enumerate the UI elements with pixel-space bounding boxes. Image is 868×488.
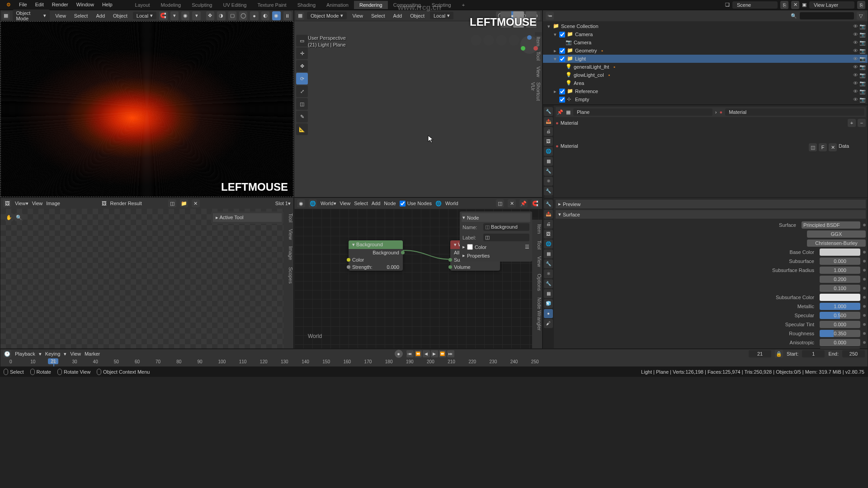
n-tab-item[interactable]: Item	[535, 34, 542, 49]
mode-dropdown[interactable]: Object Mode▾	[13, 9, 50, 22]
tree-row-reference[interactable]: ▸📁Reference👁📷	[543, 87, 868, 95]
prop-tab-4[interactable]: 🌐	[544, 239, 553, 249]
scene-selector[interactable]: Scene	[732, 1, 778, 9]
prop-tab-1[interactable]: 📤	[544, 210, 553, 219]
shade-matprev-icon[interactable]: ◐	[261, 11, 269, 20]
snap-icon[interactable]: 🧲	[159, 11, 167, 20]
menu-view[interactable]: View	[32, 201, 43, 206]
collection-visibility-checkbox[interactable]	[559, 56, 565, 62]
image-canvas[interactable]: ✋ 🔍	[0, 209, 283, 348]
end-frame-field[interactable]: 250	[842, 350, 865, 357]
shade-solid-icon[interactable]: ●	[250, 11, 258, 20]
prop-tab-10[interactable]: 🧊	[544, 299, 553, 308]
prop-tab-2[interactable]: 🖨	[544, 127, 553, 136]
prop-tab-6[interactable]: 🔧	[544, 167, 553, 176]
slot-dropdown[interactable]: Slot 1▾	[275, 201, 291, 206]
image-unlink-icon[interactable]: ✕	[192, 199, 200, 207]
menu-help[interactable]: Help	[99, 0, 116, 9]
camera-icon[interactable]	[496, 35, 507, 46]
overlay-icon[interactable]: ◑	[217, 11, 225, 20]
prop-tab-3[interactable]: 🖼	[544, 137, 553, 146]
tab-uv-editing[interactable]: UV Editing	[217, 1, 252, 9]
prop-tab-8[interactable]: 🔧	[544, 279, 553, 288]
material-fake-icon[interactable]: F	[819, 143, 827, 151]
scene-delete-icon[interactable]: ✕	[791, 1, 799, 9]
render-icon[interactable]: 📷	[859, 48, 866, 54]
prop-tab-6[interactable]: 🔧	[544, 259, 553, 268]
tree-row-glowlight_col[interactable]: 💡glowLight_col▪👁📷	[543, 71, 868, 79]
scene-new-icon[interactable]: ⎘	[780, 1, 788, 9]
prop-tab-8[interactable]: 🔧	[544, 187, 553, 196]
auto-key-icon[interactable]: ●	[395, 350, 403, 358]
menu-render[interactable]: Render	[48, 0, 72, 9]
menu-view[interactable]: View	[70, 351, 81, 357]
prop-tab-5[interactable]: ▦	[544, 249, 553, 258]
editor-type-icon[interactable]: 🕐	[3, 350, 11, 358]
prop-tab-9[interactable]: ▦	[544, 289, 553, 298]
xray-icon[interactable]: ▢	[228, 11, 236, 20]
material-slot[interactable]: ●Material	[556, 119, 846, 127]
menu-select[interactable]: Select	[368, 12, 388, 19]
tab-shading[interactable]: Shading	[292, 1, 321, 9]
world-selector[interactable]: World	[445, 201, 458, 206]
gizmo-icon[interactable]: ✥	[206, 11, 214, 20]
tree-row-geometry[interactable]: ▸📁Geometry▪👁📷	[543, 47, 868, 55]
node-label-field[interactable]: ◫	[483, 234, 529, 241]
collection-visibility-checkbox[interactable]	[559, 97, 565, 103]
eye-icon[interactable]: 👁	[852, 40, 859, 46]
menu-object[interactable]: Object	[407, 12, 427, 19]
eye-icon[interactable]: 👁	[852, 56, 859, 62]
subsurface-radius-field[interactable]: 0.100	[820, 285, 860, 292]
material-name-field[interactable]: Material	[561, 143, 807, 151]
node-canvas[interactable]: ▾ Background Background Color Strength:0…	[294, 209, 542, 348]
n-tab-shortcut[interactable]: Shortcut VUr	[535, 80, 542, 103]
menu-keying[interactable]: Keying	[45, 351, 61, 357]
eye-icon[interactable]: 👁	[852, 48, 859, 54]
object-crumb[interactable]: Plane	[573, 108, 712, 116]
eye-icon[interactable]: 👁	[852, 80, 859, 86]
outliner-search[interactable]	[800, 12, 854, 19]
play-reverse-icon[interactable]: ◀	[423, 350, 430, 357]
surface-shader-dropdown[interactable]: Principled BSDF	[802, 221, 860, 229]
n-tab-wrangler[interactable]: Node Wrangler	[535, 295, 543, 333]
orientation-dropdown[interactable]: Local▾	[133, 12, 156, 19]
material-remove-icon[interactable]: −	[858, 119, 866, 127]
menu-select[interactable]: Select	[71, 12, 91, 19]
shade-rendered-icon[interactable]: ◉	[272, 11, 280, 20]
render-icon[interactable]: 📷	[859, 23, 866, 29]
keyframe-prev-icon[interactable]: ⏪	[415, 350, 422, 357]
distribution-dropdown[interactable]: GGX	[807, 230, 866, 238]
render-icon[interactable]: 📷	[859, 40, 866, 46]
preview-section[interactable]: ▸ Preview	[556, 200, 866, 208]
menu-file[interactable]: File	[15, 0, 31, 9]
node-list-icon[interactable]: ☰	[525, 244, 529, 250]
prop-tab-0[interactable]: 🔧	[544, 200, 553, 209]
render-icon[interactable]: 📷	[859, 32, 866, 38]
node-name-field[interactable]: ◫ Background	[483, 223, 529, 231]
pan-icon[interactable]	[483, 35, 494, 46]
tree-row-empty[interactable]: ⊹Empty👁📷	[543, 95, 868, 103]
tree-row-scene-collection[interactable]: ▾📁Scene Collection👁📷	[543, 22, 868, 30]
specular-slider[interactable]: 0.500	[820, 312, 860, 319]
shade-wire-icon[interactable]: ◯	[239, 11, 247, 20]
menu-marker[interactable]: Marker	[85, 351, 100, 357]
menu-add[interactable]: Add	[391, 12, 405, 19]
rotate-tool-icon[interactable]: ⟳	[296, 73, 308, 84]
tree-row-camera[interactable]: 📷Camera👁📷	[543, 38, 868, 47]
editor-type-icon[interactable]: ◉	[297, 199, 305, 207]
tree-row-generallight_lht[interactable]: 💡generalLight_lht▪👁📷	[543, 63, 868, 71]
material-browse-icon[interactable]: ◫	[809, 143, 817, 151]
image-selector[interactable]: Render Result	[110, 201, 165, 206]
eye-icon[interactable]: 👁	[852, 32, 859, 38]
editor-type-icon[interactable]: ▦	[2, 12, 10, 20]
tree-row-camera[interactable]: ▾📁Camera👁📷	[543, 30, 868, 38]
menu-view[interactable]: View	[349, 12, 366, 19]
subsurface-method-dropdown[interactable]: Christensen-Burley	[807, 239, 866, 247]
select-tool-icon[interactable]: ▭	[296, 35, 308, 47]
cursor-tool-icon[interactable]: ✛	[296, 47, 308, 59]
menu-node[interactable]: Node	[384, 201, 396, 206]
pan-icon[interactable]: ✋	[5, 213, 13, 221]
menu-view[interactable]: View	[340, 201, 351, 206]
eye-icon[interactable]: 👁	[852, 97, 859, 103]
current-frame-field[interactable]: 21	[749, 350, 771, 357]
